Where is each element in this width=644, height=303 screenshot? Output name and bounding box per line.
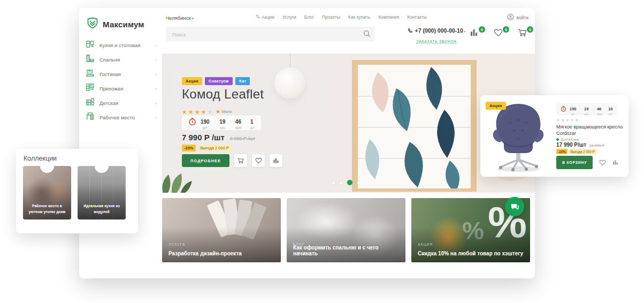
app-window: Максимум Кухня и столовая xyxy=(79,8,535,278)
sidebar-item-label: Кухня и столовая xyxy=(99,42,150,48)
collection-label: Идеальная кухня из модулей xyxy=(81,203,122,215)
search-input[interactable] xyxy=(171,27,361,42)
promo-cards: УСЛУГА Разработка дизайн-проекта БЛОГ Ка… xyxy=(162,198,535,262)
favorite-button[interactable] xyxy=(252,154,265,167)
cabinet-image xyxy=(351,59,478,193)
badge-recommended: Советуем xyxy=(205,77,233,85)
sidebar-item-kids-room[interactable]: Детская xyxy=(79,96,162,110)
sidebar-item-label: Рабочее место xyxy=(99,115,150,120)
sidebar-item-workspace[interactable]: Рабочее место xyxy=(79,110,162,125)
countdown-days: 190 xyxy=(570,107,577,111)
details-button[interactable]: ПОДРОБНЕЕ xyxy=(182,154,229,167)
chevron-right-icon xyxy=(155,72,157,77)
nav-item-blog[interactable]: Блог xyxy=(304,14,314,20)
product-card-actions: В КОРЗИНУ xyxy=(556,156,618,169)
badge-sale: Акция xyxy=(182,77,202,85)
countdown-separator xyxy=(214,119,216,124)
slider-dot-4[interactable] xyxy=(357,181,360,184)
hero-badges: Акция Советуем Хит xyxy=(182,77,250,85)
chat-bubbles-icon xyxy=(510,203,519,211)
stock-label: Достаточно xyxy=(561,138,579,141)
nav-item-contacts[interactable]: Контакты xyxy=(407,14,427,20)
nav-item-projects[interactable]: Проекты xyxy=(322,14,340,20)
stock-status: Мало xyxy=(217,109,232,114)
cart-button[interactable]: 0 xyxy=(518,28,530,39)
collection-item-kitchen[interactable]: Идеальная кухня из модулей xyxy=(78,166,126,219)
stock-quantity-label: шт xyxy=(250,127,255,130)
stock-quantity-label: шт xyxy=(608,113,612,116)
city-selector[interactable]: Челябинск xyxy=(166,15,194,21)
promo-title: Разработка дизайн-проекта xyxy=(168,251,274,256)
timer-clock-icon xyxy=(188,118,196,128)
sidebar-item-kitchen[interactable]: Кухня и столовая xyxy=(79,38,162,52)
product-title[interactable]: Мягкое вращающееся кресло Cordozar xyxy=(556,124,624,137)
collection-item-workspace[interactable]: Рабочее место в уютном уголке дома xyxy=(23,166,71,219)
countdown-days-label: дн xyxy=(570,113,577,116)
login-label: войти xyxy=(516,15,528,20)
cart-count-badge: 0 xyxy=(527,26,533,33)
login-button[interactable]: войти xyxy=(507,13,528,21)
countdown-hours-label: час xyxy=(584,113,589,116)
stock-quantity: 10 xyxy=(608,107,612,111)
heart-icon xyxy=(599,160,606,166)
discount-row: -20% Выгода 2 000 Р xyxy=(182,145,232,152)
current-price: 7 990 Р /шт xyxy=(182,133,225,142)
hero-actions: ПОДРОБНЕЕ xyxy=(182,154,282,167)
add-to-cart-button[interactable] xyxy=(234,154,247,167)
chevron-right-icon xyxy=(155,86,157,92)
page: Максимум Кухня и столовая xyxy=(0,0,644,303)
add-to-cart-button[interactable]: В КОРЗИНУ xyxy=(556,156,593,169)
heart-icon xyxy=(494,29,503,39)
product-image-chair[interactable] xyxy=(484,99,553,173)
category-menu: Кухня и столовая Спальня xyxy=(79,38,162,125)
countdown-hours: 19 xyxy=(584,107,588,111)
top-navigation: Акции Услуги Блог Проекты Как купить Ком… xyxy=(256,14,427,20)
chat-button[interactable] xyxy=(505,197,524,216)
stock-status: Достаточно xyxy=(556,138,579,141)
cart-icon xyxy=(518,29,527,39)
promo-title: Скидка 10% на любой товар по хэштегу xyxy=(418,251,524,256)
sidebar-item-bedroom[interactable]: Спальня xyxy=(79,52,162,67)
discount-row: -10% Выгода 2 000 Р xyxy=(556,149,596,154)
search-icon[interactable] xyxy=(363,30,371,38)
promo-tag: УСЛУГА xyxy=(168,243,186,246)
sidebar-item-living-room[interactable]: Гостиная xyxy=(79,67,162,81)
countdown-days: 190 xyxy=(201,119,210,125)
compare-button[interactable] xyxy=(612,160,618,165)
compare-button[interactable] xyxy=(270,154,282,167)
slider-dot-3-active[interactable] xyxy=(347,180,352,185)
phone-number[interactable]: +7 (000) 000-00-10 xyxy=(415,27,466,34)
callback-link[interactable]: заказать звонок xyxy=(416,40,457,44)
favorite-button[interactable] xyxy=(599,160,606,166)
stock-dot-icon xyxy=(556,138,559,141)
stock-label: Мало xyxy=(221,109,232,114)
compare-button[interactable]: 0 xyxy=(470,28,481,39)
sidebar-item-label: Гостиная xyxy=(99,71,150,77)
nav-item-promos[interactable]: Акции xyxy=(256,14,274,20)
nav-item-how-to-buy[interactable]: Как купить xyxy=(348,14,371,20)
promo-card-blog[interactable]: БЛОГ Как оформить спальню и с чего начин… xyxy=(287,198,405,262)
slider-dot-2[interactable] xyxy=(340,181,342,184)
old-price: 9 990 Р /шт xyxy=(230,136,255,141)
chevron-right-icon xyxy=(155,115,157,120)
product-title[interactable]: Комод Leaflet xyxy=(182,87,264,102)
benefit-badge: Выгода 2 000 Р xyxy=(569,149,596,154)
hallway-icon xyxy=(86,83,95,94)
promo-card-service[interactable]: УСЛУГА Разработка дизайн-проекта xyxy=(162,198,281,262)
price-row: 17 990 Р/шт 19 990 Р xyxy=(556,142,604,148)
nav-item-label: Акции xyxy=(262,14,274,20)
favorites-button[interactable]: 0 xyxy=(494,28,505,39)
countdown-minutes: 46 xyxy=(235,119,241,125)
nav-item-company[interactable]: Компания xyxy=(378,14,399,20)
rating-row: ★★★★★ Мало xyxy=(182,107,232,116)
hero-slider: Акция Советуем Хит Комод Leaflet ★★★★★ М… xyxy=(162,54,535,193)
kitchen-icon xyxy=(86,40,95,51)
slider-dot-1[interactable] xyxy=(332,181,335,184)
countdown-hours-label: час xyxy=(219,127,225,130)
nav-item-services[interactable]: Услуги xyxy=(282,14,296,20)
brand-logo[interactable]: Максимум xyxy=(86,17,144,32)
cart-icon xyxy=(237,157,244,164)
sidebar-item-hallway[interactable]: Прихожая xyxy=(79,81,162,96)
heart-icon xyxy=(255,157,262,164)
discount-badge: -20% xyxy=(182,145,196,152)
